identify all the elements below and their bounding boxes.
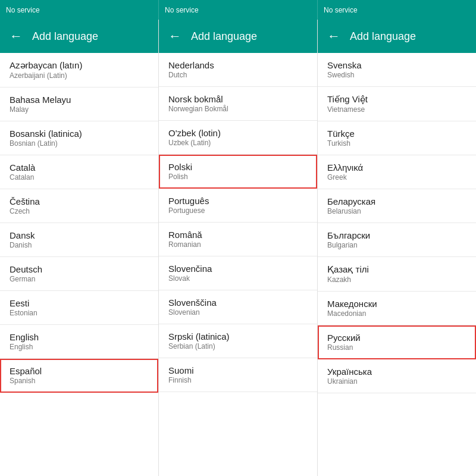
lang-native-col1-4: Čeština [10,196,149,206]
lang-english-col2-9: Finnish [168,376,308,384]
lang-english-col1-4: Czech [10,207,149,215]
column-col3: ←Add languageSvenskaSwedishTiếng ViệtVie… [318,20,476,476]
lang-native-col3-2: Türkçe [327,129,466,139]
list-item-col3-2[interactable]: TürkçeTurkish [318,121,476,155]
list-item-col1-3[interactable]: CatalàCatalan [0,155,158,189]
list-item-col3-9[interactable]: УкраїнськаUkrainian [318,359,476,393]
lang-native-col2-4: Português [168,196,308,206]
lang-english-col3-8: Russian [327,343,466,352]
lang-english-col2-6: Slovak [168,274,308,283]
list-item-col3-6[interactable]: Қазақ тіліKazakh [318,257,476,292]
toolbar-title-col3: Add language [350,30,416,43]
status-text-2: No service [324,6,358,14]
list-item-col2-7[interactable]: SlovenščinaSlovenian [159,290,317,324]
lang-native-col3-8: Русский [327,333,466,343]
lang-native-col1-8: English [10,332,149,342]
lang-native-col2-8: Srpski (latinica) [168,331,308,342]
lang-english-col2-2: Uzbek (Latin) [168,139,308,147]
lang-english-col1-6: German [10,275,149,283]
toolbar-col3: ←Add language [318,20,476,53]
lang-english-col3-7: Macedonian [327,309,466,318]
lang-english-col1-7: Estonian [10,309,149,317]
status-segment-1: No service [159,0,318,20]
lang-english-col2-7: Slovenian [168,308,308,317]
list-item-col2-8[interactable]: Srpski (latinica)Serbian (Latin) [159,324,317,358]
list-item-col1-0[interactable]: Azərbaycan (latın)Azerbaijani (Latin) [0,53,158,87]
list-item-col1-9[interactable]: EspañolSpanish [0,359,158,393]
lang-english-col2-3: Polish [168,173,308,181]
lang-english-col3-4: Belarusian [327,207,466,215]
toolbar-title-col1: Add language [32,30,98,43]
lang-english-col1-9: Spanish [10,377,149,385]
list-item-col1-1[interactable]: Bahasa MelayuMalay [0,87,158,121]
toolbar-col1: ←Add language [0,20,158,53]
lang-native-col2-1: Norsk bokmål [168,94,308,104]
lang-english-col1-1: Malay [10,105,149,114]
list-item-col3-3[interactable]: ΕλληνικάGreek [318,155,476,189]
back-button-col3[interactable]: ← [327,29,340,44]
list-item-col3-0[interactable]: SvenskaSwedish [318,53,476,87]
lang-native-col3-9: Українська [327,367,466,377]
status-segment-0: No service [0,0,159,20]
lang-english-col1-0: Azerbaijani (Latin) [10,71,149,80]
lang-native-col3-5: Български [327,230,466,240]
list-item-col2-4[interactable]: PortuguêsPortuguese [159,189,317,223]
lang-native-col3-0: Svenska [327,60,466,70]
lang-english-col3-1: Vietnamese [327,105,466,114]
back-button-col1[interactable]: ← [10,29,23,44]
lang-english-col1-3: Catalan [10,173,149,181]
list-item-col1-7[interactable]: EestiEstonian [0,291,158,325]
language-list-col2: NederlandsDutchNorsk bokmålNorwegian Bok… [159,53,317,476]
status-text-1: No service [165,6,199,14]
lang-english-col1-2: Bosnian (Latin) [10,139,149,148]
list-item-col3-1[interactable]: Tiếng ViệtVietnamese [318,87,476,121]
lang-native-col3-6: Қазақ тілі [327,264,466,275]
list-item-col3-4[interactable]: БеларускаяBelarusian [318,189,476,223]
list-item-col2-1[interactable]: Norsk bokmålNorwegian Bokmål [159,87,317,121]
lang-english-col3-9: Ukrainian [327,377,466,386]
back-button-col2[interactable]: ← [168,29,181,44]
list-item-col1-6[interactable]: DeutschGerman [0,257,158,291]
lang-native-col3-1: Tiếng Việt [327,94,466,105]
list-item-col2-2[interactable]: O'zbek (lotin)Uzbek (Latin) [159,121,317,155]
lang-native-col2-2: O'zbek (lotin) [168,128,308,138]
lang-english-col3-2: Turkish [327,139,466,148]
lang-english-col3-0: Swedish [327,71,466,79]
list-item-col1-4[interactable]: ČeštinaCzech [0,189,158,223]
lang-native-col2-9: Suomi [168,365,308,375]
list-item-col1-2[interactable]: Bosanski (latinica)Bosnian (Latin) [0,121,158,155]
lang-english-col2-1: Norwegian Bokmål [168,105,308,113]
lang-native-col3-4: Беларуская [327,196,466,206]
list-item-col2-9[interactable]: SuomiFinnish [159,358,317,392]
lang-native-col3-7: Македонски [327,299,466,309]
list-item-col3-7[interactable]: МакедонскиMacedonian [318,292,476,325]
status-text-0: No service [6,6,40,14]
status-bar: No serviceNo serviceNo service [0,0,476,20]
column-col2: ←Add languageNederlandsDutchNorsk bokmål… [159,20,318,476]
lang-english-col2-0: Dutch [168,71,308,79]
lang-native-col1-7: Eesti [10,298,149,308]
list-item-col3-5[interactable]: БългарскиBulgarian [318,223,476,257]
lang-native-col1-2: Bosanski (latinica) [10,129,149,139]
lang-native-col3-3: Ελληνικά [327,162,466,173]
list-item-col2-5[interactable]: RomânăRomanian [159,223,317,256]
lang-english-col1-8: English [10,343,149,351]
list-item-col1-5[interactable]: DanskDanish [0,223,158,257]
lang-english-col2-5: Romanian [168,240,308,249]
columns-wrapper: ←Add languageAzərbaycan (latın)Azerbaija… [0,20,476,476]
lang-native-col1-0: Azərbaycan (latın) [10,60,149,71]
lang-native-col1-9: Español [10,366,149,376]
list-item-col2-3[interactable]: PolskiPolish [159,155,317,189]
list-item-col2-6[interactable]: SlovenčinaSlovak [159,256,317,290]
lang-english-col3-6: Kazakh [327,275,466,284]
list-item-col3-8[interactable]: РусскийRussian [318,325,476,359]
list-item-col2-0[interactable]: NederlandsDutch [159,53,317,87]
lang-native-col1-3: Català [10,162,149,173]
lang-native-col1-1: Bahasa Melayu [10,95,149,105]
lang-english-col2-4: Portuguese [168,206,308,215]
lang-english-col3-3: Greek [327,173,466,181]
lang-native-col2-7: Slovenščina [168,298,308,308]
list-item-col1-8[interactable]: EnglishEnglish [0,325,158,359]
lang-english-col3-5: Bulgarian [327,241,466,249]
lang-english-col2-8: Serbian (Latin) [168,342,308,350]
